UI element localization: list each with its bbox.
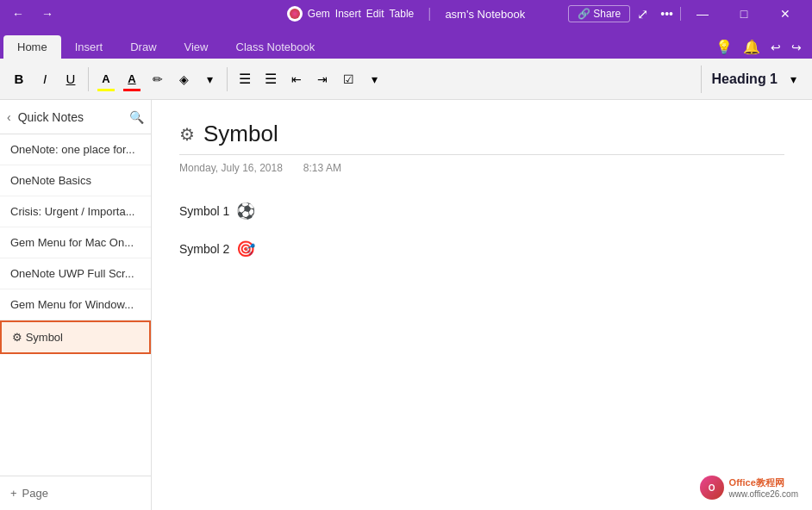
more-options-button[interactable]: ••• [655,5,678,22]
heading-label: Heading 1 [712,72,778,87]
note-area[interactable]: ⚙ Symbol Monday, July 16, 2018 8:13 AM S… [152,100,812,510]
note-meta: Monday, July 16, 2018 8:13 AM [179,162,784,174]
toolbar-separator-1 [88,67,89,91]
back-button[interactable]: ← [7,5,29,22]
main-area: ‹ Quick Notes 🔍 OneNote: one place for..… [0,100,812,510]
maximize-button[interactable]: □ [724,0,764,28]
close-button[interactable]: ✕ [765,0,805,28]
highlight-color-bar [97,89,115,91]
font-color-button[interactable]: A [120,65,144,93]
titlebar: ← → Gem Insert Edit Table | asm's Notebo… [0,0,812,28]
tab-view[interactable]: View [171,35,222,59]
tab-class-notebook[interactable]: Class Notebook [222,35,329,59]
watermark-text-block: Office教程网 www.office26.com [729,476,798,499]
italic-button[interactable]: I [33,65,57,93]
sidebar-add-page-button[interactable]: + Page [0,476,151,510]
watermark-logo: O [700,476,724,500]
gem-logo [287,6,303,22]
note-line-1: Symbol 1 ⚽ [179,195,784,229]
gem-logo-inner [290,9,300,19]
insert-menu[interactable]: Insert [335,8,361,20]
minimize-button[interactable]: — [683,0,722,28]
symbol-item-label: Symbol [26,331,63,344]
gem-label[interactable]: Gem [308,8,330,20]
expand-button[interactable]: ⤢ [632,4,653,24]
lightbulb-icon[interactable]: 💡 [715,39,733,55]
list-dropdown-button[interactable]: ▾ [362,65,386,93]
indent-increase-button[interactable]: ⇥ [310,65,334,93]
sidebar-item-onenote-one-place[interactable]: OneNote: one place for... [0,134,151,165]
sidebar-item-onenote-basics[interactable]: OneNote Basics [0,165,151,196]
note-time: 8:13 AM [303,162,341,174]
sidebar-title: Quick Notes [18,110,122,124]
sidebar-item-gem-windows[interactable]: Gem Menu for Window... [0,289,151,320]
note-title: Symbol [203,121,278,147]
style-dropdown-button[interactable]: ▾ [197,65,222,93]
tab-insert[interactable]: Insert [61,35,117,59]
checkbox-button[interactable]: ☑ [336,65,360,93]
toolbar: B I U A A ✏ ◈ ▾ ☰ ☰ ⇤ ⇥ ☑ ▾ Heading 1 ▾ [0,59,812,100]
watermark-url: www.office26.com [729,489,798,499]
eraser-icon: ✏ [153,72,163,86]
table-menu[interactable]: Table [390,8,415,20]
sidebar-item-symbol[interactable]: ⚙ Symbol [0,320,151,354]
note-date: Monday, July 16, 2018 [179,162,283,174]
eraser-button[interactable]: ✏ [146,65,170,93]
heading-area: Heading 1 ▾ [701,65,805,93]
tab-draw[interactable]: Draw [116,35,170,59]
underline-button[interactable]: U [59,65,83,93]
bullet-list-button[interactable]: ☰ [233,65,257,93]
symbol1-label: Symbol 1 [179,198,229,225]
tab-home[interactable]: Home [3,35,61,59]
undo-icon[interactable]: ↩ [771,40,781,54]
highlight-button[interactable]: A [94,65,118,93]
notebook-title: asm's Notebook [445,8,525,21]
watermark-brand: Office教程网 [729,476,798,489]
highlight-icon: A [102,72,109,85]
symbol1-emoji: ⚽ [236,195,255,229]
indent-decrease-button[interactable]: ⇤ [284,65,309,93]
sidebar-search-button[interactable]: 🔍 [129,110,144,124]
share-button[interactable]: 🔗 Share [568,5,630,22]
gem-menu-area: Gem Insert Edit Table [287,6,414,22]
bold-button[interactable]: B [7,65,31,93]
sidebar-back-button[interactable]: ‹ [7,110,11,124]
ribbon-right: 💡 🔔 ↩ ↪ [715,39,812,59]
bell-icon[interactable]: 🔔 [743,39,760,55]
checkbox-icon: ☑ [343,72,354,86]
dropdown-arrow-icon: ▾ [207,72,213,86]
sidebar-item-crisis[interactable]: Crisis: Urgent / Importa... [0,196,151,227]
numbered-list-icon: ☰ [265,71,277,87]
ribbon-tabs: Home Insert Draw View Class Notebook 💡 🔔… [0,28,812,59]
heading-dropdown-icon: ▾ [790,72,796,86]
paint-button[interactable]: ◈ [172,65,196,93]
list-dropdown-icon: ▾ [372,72,378,86]
watermark: O Office教程网 www.office26.com [693,472,805,503]
indent-decrease-icon: ⇤ [291,72,302,86]
indent-increase-icon: ⇥ [317,72,328,86]
titlebar-divider [680,7,681,21]
titlebar-right: 🔗 Share ⤢ ••• — □ ✕ [568,0,805,28]
add-page-label: Page [22,487,48,500]
font-color-icon: A [128,72,135,85]
redo-icon[interactable]: ↪ [791,40,802,54]
sidebar-item-onenote-uwp[interactable]: OneNote UWP Full Scr... [0,258,151,289]
sidebar-items: OneNote: one place for... OneNote Basics… [0,134,151,476]
symbol2-label: Symbol 2 [179,236,229,263]
add-page-plus-icon: + [10,487,17,500]
symbol2-emoji: 🎯 [236,233,255,267]
note-gear-icon: ⚙ [179,124,195,145]
forward-button[interactable]: → [36,5,59,22]
numbered-list-button[interactable]: ☰ [259,65,283,93]
sidebar-item-gem-mac[interactable]: Gem Menu for Mac On... [0,227,151,258]
titlebar-left: ← → [7,5,59,22]
heading-dropdown-button[interactable]: ▾ [781,65,805,93]
note-title-row: ⚙ Symbol [179,121,784,147]
font-color-bar [123,89,141,91]
note-content: Symbol 1 ⚽ Symbol 2 🎯 [179,195,784,266]
edit-menu[interactable]: Edit [366,8,384,20]
note-line-2: Symbol 2 🎯 [179,233,784,267]
sidebar: ‹ Quick Notes 🔍 OneNote: one place for..… [0,100,152,510]
toolbar-separator-2 [227,67,228,91]
sidebar-header: ‹ Quick Notes 🔍 [0,100,151,134]
